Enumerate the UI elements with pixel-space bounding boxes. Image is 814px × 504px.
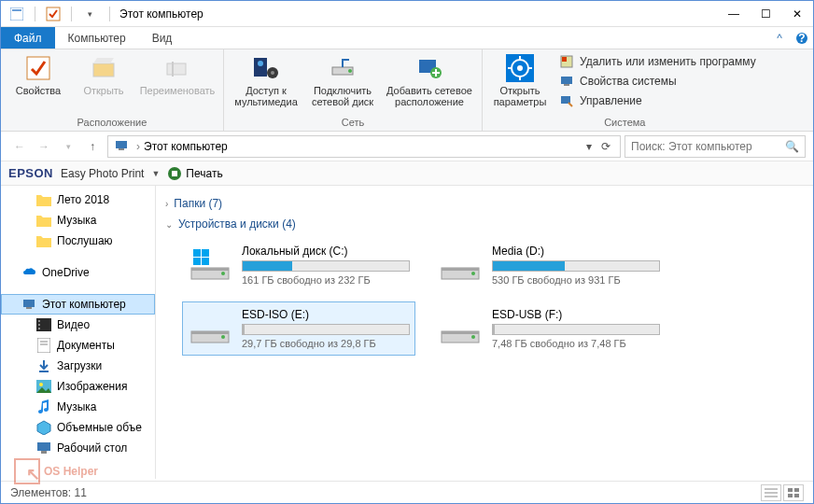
svg-rect-61 (442, 331, 479, 334)
tree-3dobjects[interactable]: Объемные объе (1, 417, 155, 438)
tree-folder[interactable]: Послушаю (1, 231, 155, 251)
search-box[interactable]: 🔍 (625, 135, 806, 158)
sysprops-label: Свойства системы (580, 75, 677, 88)
tree-videos[interactable]: Видео (1, 315, 155, 335)
details-view-button[interactable] (761, 484, 781, 501)
help-icon[interactable]: ? (791, 27, 813, 49)
recent-dropdown[interactable]: ▾ (57, 135, 79, 158)
netdrive-label: Подключить сетевой диск (312, 85, 373, 107)
address-text[interactable]: Этот компьютер (144, 140, 581, 153)
svg-rect-29 (116, 141, 127, 148)
media-access-button[interactable]: Доступ к мультимедиа (230, 51, 302, 109)
item-count: Элементов: 11 (10, 486, 87, 499)
epson-dropdown-icon[interactable]: ▼ (151, 169, 160, 178)
rename-button[interactable]: Переименовать (137, 51, 218, 98)
section-drives[interactable]: ⌄ Устройства и диски (4) (165, 217, 804, 231)
view-mode-buttons (761, 484, 804, 501)
svg-rect-47 (193, 249, 201, 257)
props-quick-icon[interactable] (43, 5, 63, 23)
address-dropdown-icon[interactable]: ▾ (581, 140, 597, 153)
maximize-button[interactable]: ☐ (750, 2, 781, 26)
map-drive-button[interactable]: Подключить сетевой диск (304, 51, 381, 109)
tree-label: Послушаю (57, 234, 113, 247)
tree-desktop[interactable]: Рабочий стол (1, 438, 155, 458)
svg-rect-68 (788, 494, 793, 497)
ribbon-tabs: Файл Компьютер Вид ^ ? (1, 27, 813, 49)
ribbon: Свойства Открыть Переименовать Расположе… (1, 49, 813, 132)
svg-rect-69 (794, 494, 799, 497)
manage-button[interactable]: Управление (554, 92, 762, 109)
desktop-icon (36, 441, 51, 455)
ribbon-group-label: Система (488, 117, 762, 129)
drive-item[interactable]: ESD-ISO (E:)29,7 ГБ свободно из 29,8 ГБ (182, 301, 415, 356)
window-controls: — ☐ ✕ (718, 2, 813, 26)
up-button[interactable]: ↑ (81, 135, 104, 158)
address-box[interactable]: › Этот компьютер ▾ ⟳ (107, 135, 621, 158)
tree-label: Музыка (57, 400, 96, 413)
cube-icon (36, 420, 51, 435)
tree-label: Рабочий стол (57, 441, 127, 455)
search-icon[interactable]: 🔍 (785, 140, 799, 153)
tab-computer[interactable]: Компьютер (55, 27, 139, 49)
svg-rect-46 (41, 451, 47, 454)
svg-rect-45 (37, 442, 50, 451)
drive-item[interactable]: ESD-USB (F:)7,48 ГБ свободно из 7,48 ГБ (432, 301, 666, 356)
back-button[interactable]: ← (8, 135, 31, 158)
tree-folder[interactable]: Лето 2018 (1, 189, 155, 210)
separator (109, 7, 110, 21)
addnet-icon (414, 53, 444, 83)
section-folders[interactable]: › Папки (7) (165, 197, 804, 210)
manage-icon (559, 93, 574, 108)
doc-icon (36, 338, 51, 353)
svg-rect-7 (167, 63, 186, 75)
settings-icon (505, 53, 535, 83)
minimize-button[interactable]: — (718, 2, 750, 26)
refresh-icon[interactable]: ⟳ (597, 140, 614, 153)
uninstall-button[interactable]: Удалить или изменить программу (554, 53, 762, 70)
video-icon (36, 317, 51, 332)
pc-icon (21, 297, 36, 312)
open-icon (89, 53, 119, 83)
download-icon (36, 358, 51, 373)
title-bar: ▾ Этот компьютер — ☐ ✕ (1, 1, 813, 27)
open-button[interactable]: Открыть (72, 51, 135, 98)
properties-button[interactable]: Свойства (7, 51, 70, 98)
svg-rect-32 (172, 171, 177, 176)
tree-onedrive[interactable]: OneDrive (1, 262, 155, 283)
tree-pictures[interactable]: Изображения (1, 376, 155, 397)
breadcrumb-chevron[interactable]: › (136, 140, 140, 153)
search-input[interactable] (631, 140, 785, 153)
svg-rect-50 (202, 258, 209, 265)
tab-view[interactable]: Вид (139, 27, 186, 49)
drive-item[interactable]: Media (D:)530 ГБ свободно из 931 ГБ (432, 238, 666, 292)
svg-rect-30 (119, 148, 124, 150)
svg-point-56 (471, 272, 475, 275)
tree-documents[interactable]: Документы (1, 335, 155, 356)
tree-folder[interactable]: Музыка (1, 210, 155, 231)
close-button[interactable]: ✕ (781, 2, 813, 26)
svg-rect-36 (38, 320, 40, 322)
capacity-bar (242, 324, 410, 335)
quick-dropdown-icon[interactable]: ▾ (79, 5, 100, 23)
tree-thispc[interactable]: Этот компьютер (1, 294, 155, 315)
tab-file[interactable]: Файл (1, 27, 55, 49)
drive-free-text: 530 ГБ свободно из 931 ГБ (492, 274, 660, 286)
tree-label: OneDrive (42, 266, 90, 279)
drive-icon (438, 305, 483, 350)
drive-item[interactable]: Локальный диск (C:)161 ГБ свободно из 23… (182, 238, 415, 292)
tree-music[interactable]: Музыка (1, 397, 155, 417)
drive-name: Локальный диск (C:) (242, 245, 410, 258)
tiles-view-button[interactable] (783, 484, 804, 501)
app-icon[interactable] (7, 5, 27, 23)
add-netloc-button[interactable]: Добавить сетевое расположение (383, 51, 476, 109)
open-settings-button[interactable]: Открыть параметры (488, 51, 552, 109)
print-label: Печать (186, 167, 222, 180)
print-button[interactable]: Печать (167, 166, 222, 181)
drive-free-text: 7,48 ГБ свободно из 7,48 ГБ (492, 338, 660, 349)
forward-button[interactable]: → (33, 135, 55, 158)
svg-rect-58 (191, 331, 229, 334)
tree-downloads[interactable]: Загрузки (1, 356, 155, 376)
sysprops-button[interactable]: Свойства системы (554, 73, 762, 90)
ribbon-collapse-icon[interactable]: ^ (768, 27, 791, 49)
window-title: Этот компьютер (114, 7, 718, 21)
